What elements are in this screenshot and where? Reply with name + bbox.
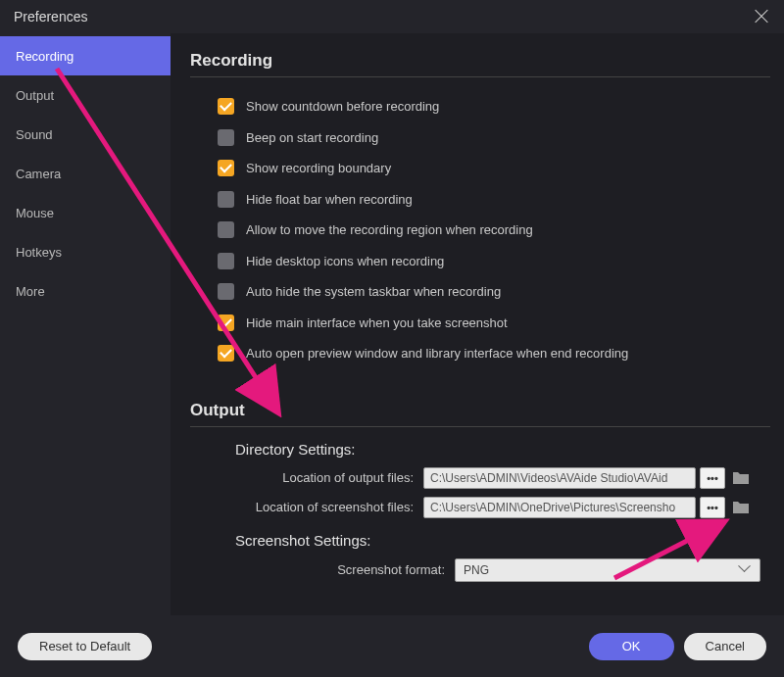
checkbox[interactable] (218, 98, 234, 115)
sidebar-item-label: Sound (16, 127, 53, 142)
screenshot-files-label: Location of screenshot files: (235, 500, 423, 514)
screenshot-settings-title: Screenshot Settings: (235, 532, 770, 549)
checkbox-label: Auto open preview window and library int… (246, 346, 628, 361)
checkbox-row: Show recording boundary (218, 153, 770, 184)
screenshot-format-select[interactable]: PNG (455, 558, 760, 582)
chevron-down-icon (740, 564, 752, 576)
browse-screenshot-button[interactable]: ••• (700, 497, 725, 518)
checkbox-row: Hide desktop icons when recording (218, 246, 770, 277)
checkbox[interactable] (218, 221, 234, 238)
checkbox-label: Beep on start recording (246, 130, 378, 145)
sidebar-item-label: More (16, 284, 45, 299)
checkbox-label: Show countdown before recording (246, 99, 439, 114)
checkbox[interactable] (218, 283, 234, 300)
folder-icon[interactable] (731, 500, 751, 515)
screenshot-format-label: Screenshot format: (235, 562, 455, 577)
checkbox[interactable] (218, 129, 234, 146)
content-pane: Recording Show countdown before recordin… (171, 33, 784, 615)
checkbox[interactable] (218, 314, 234, 331)
sidebar-item-output[interactable]: Output (0, 75, 171, 115)
folder-icon[interactable] (731, 470, 751, 486)
output-files-row: Location of output files: C:\Users\ADMIN… (190, 467, 770, 489)
checkbox-label: Hide float bar when recording (246, 192, 413, 207)
checkbox-row: Auto open preview window and library int… (218, 338, 770, 369)
checkbox-label: Auto hide the system taskbar when record… (246, 284, 501, 299)
sidebar: Recording Output Sound Camera Mouse Hotk… (0, 33, 171, 615)
sidebar-item-label: Camera (16, 167, 61, 181)
checkbox-row: Show countdown before recording (218, 91, 770, 122)
cancel-button[interactable]: Cancel (684, 633, 766, 660)
screenshot-format-row: Screenshot format: PNG (190, 558, 770, 582)
select-value: PNG (464, 563, 489, 577)
section-title-recording: Recording (190, 51, 770, 77)
recording-options: Show countdown before recordingBeep on s… (190, 91, 770, 369)
reset-button[interactable]: Reset to Default (18, 633, 152, 660)
screenshot-files-row: Location of screenshot files: C:\Users\A… (190, 497, 770, 518)
window-title: Preferences (14, 9, 87, 24)
checkbox-label: Allow to move the recording region when … (246, 222, 533, 237)
sidebar-item-camera[interactable]: Camera (0, 154, 171, 193)
checkbox-label: Show recording boundary (246, 161, 391, 175)
sidebar-item-hotkeys[interactable]: Hotkeys (0, 232, 171, 271)
sidebar-item-more[interactable]: More (0, 271, 171, 311)
checkbox[interactable] (218, 160, 234, 176)
footer: Reset to Default OK Cancel (0, 615, 784, 677)
close-icon[interactable] (753, 8, 770, 25)
section-title-output: Output (190, 401, 770, 427)
sidebar-item-recording[interactable]: Recording (0, 36, 171, 75)
checkbox-row: Hide float bar when recording (218, 184, 770, 216)
titlebar: Preferences (0, 0, 784, 33)
sidebar-item-label: Hotkeys (16, 245, 62, 260)
checkbox-label: Hide desktop icons when recording (246, 254, 444, 268)
checkbox[interactable] (218, 253, 234, 269)
browse-output-button[interactable]: ••• (700, 467, 725, 489)
checkbox[interactable] (218, 191, 234, 208)
sidebar-item-label: Output (16, 88, 54, 103)
checkbox-row: Hide main interface when you take screen… (218, 308, 770, 339)
sidebar-item-label: Mouse (16, 206, 54, 220)
checkbox-row: Beep on start recording (218, 122, 770, 154)
sidebar-item-sound[interactable]: Sound (0, 115, 171, 154)
sidebar-item-mouse[interactable]: Mouse (0, 193, 171, 232)
checkbox-label: Hide main interface when you take screen… (246, 315, 508, 330)
ok-button[interactable]: OK (589, 633, 674, 660)
output-files-input[interactable]: C:\Users\ADMIN\Videos\AVAide Studio\AVAi… (423, 467, 696, 489)
output-files-label: Location of output files: (235, 470, 423, 485)
sidebar-item-label: Recording (16, 49, 74, 64)
checkbox-row: Auto hide the system taskbar when record… (218, 276, 770, 308)
checkbox[interactable] (218, 345, 234, 362)
directory-settings-title: Directory Settings: (235, 441, 770, 458)
screenshot-files-input[interactable]: C:\Users\ADMIN\OneDrive\Pictures\Screens… (423, 497, 696, 518)
checkbox-row: Allow to move the recording region when … (218, 215, 770, 246)
